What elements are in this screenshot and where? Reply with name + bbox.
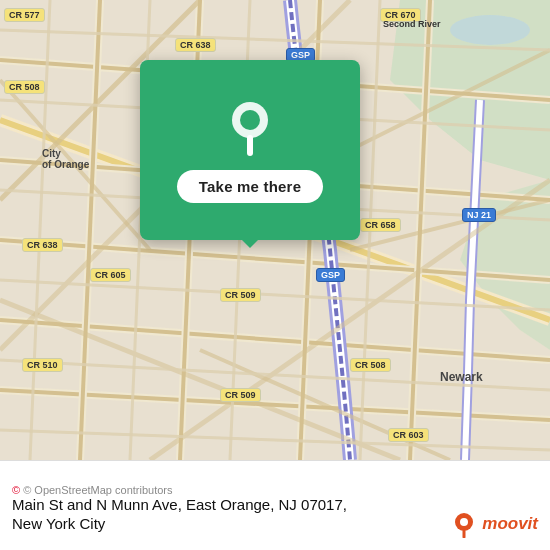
moovit-pin-icon	[450, 510, 478, 538]
moovit-label: moovit	[482, 514, 538, 534]
moovit-logo: moovit	[450, 510, 538, 538]
osm-copyright-icon: ©	[12, 484, 20, 496]
svg-point-3	[450, 15, 530, 45]
label-cr603: CR 603	[388, 428, 429, 442]
label-second-river: Second River	[380, 18, 444, 30]
label-cr509-mid: CR 509	[220, 288, 261, 302]
label-cr508-bot: CR 508	[350, 358, 391, 372]
attribution-text: © © OpenStreetMap contributors	[12, 484, 538, 496]
label-cr510: CR 510	[22, 358, 63, 372]
label-newark: Newark	[440, 370, 483, 384]
location-pin-icon	[225, 98, 275, 158]
label-cr658: CR 658	[360, 218, 401, 232]
label-cr577: CR 577	[4, 8, 45, 22]
label-nj21: NJ 21	[462, 208, 496, 222]
label-cr509-bot: CR 509	[220, 388, 261, 402]
map-popup: Take me there	[140, 60, 360, 240]
label-city-orange: Cityof Orange	[42, 148, 89, 170]
label-gsp-mid: GSP	[316, 268, 345, 282]
label-cr638-top: CR 638	[175, 38, 216, 52]
footer: © © OpenStreetMap contributors Main St a…	[0, 460, 550, 550]
label-cr605: CR 605	[90, 268, 131, 282]
svg-point-43	[240, 110, 260, 130]
take-me-there-button[interactable]: Take me there	[177, 170, 323, 203]
svg-point-45	[460, 518, 468, 526]
attribution-label: © OpenStreetMap contributors	[23, 484, 172, 496]
label-cr508: CR 508	[4, 80, 45, 94]
label-cr638-bot: CR 638	[22, 238, 63, 252]
map-container: CR 577 CR 508 CR 638 CR 670 CR 638 CR 60…	[0, 0, 550, 460]
